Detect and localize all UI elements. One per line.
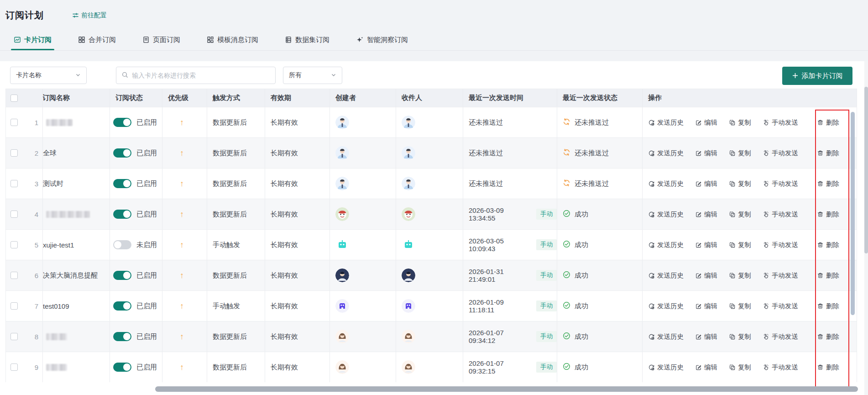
编辑-action[interactable]: 编辑	[695, 302, 717, 311]
priority-up-arrow: ↑	[162, 291, 207, 321]
复制-action[interactable]: 复制	[729, 363, 751, 372]
tab-数据集订阅[interactable]: 数据集订阅	[285, 29, 329, 50]
header-validity: 有效期	[265, 89, 330, 107]
page-scrollbar-thumb[interactable]	[864, 87, 868, 253]
select-all-checkbox[interactable]	[10, 95, 18, 102]
pending-icon	[563, 148, 570, 158]
row-checkbox[interactable]	[10, 241, 18, 248]
go-to-config-link[interactable]: 前往配置	[72, 11, 107, 20]
发送历史-action[interactable]: 发送历史	[648, 179, 684, 188]
编辑-action[interactable]: 编辑	[695, 271, 717, 280]
复制-action[interactable]: 复制	[729, 271, 751, 280]
row-checkbox[interactable]	[10, 363, 18, 371]
删除-action[interactable]: 删除	[817, 179, 839, 188]
row-checkbox[interactable]	[10, 180, 18, 187]
手动发送-action[interactable]: 手动发送	[763, 363, 798, 372]
复制-action[interactable]: 复制	[729, 149, 751, 158]
手动发送-action[interactable]: 手动发送	[763, 179, 798, 188]
编辑-action[interactable]: 编辑	[695, 210, 717, 219]
发送历史-action[interactable]: 发送历史	[648, 271, 684, 280]
delete-icon	[817, 180, 824, 187]
编辑-action[interactable]: 编辑	[695, 332, 717, 341]
复制-action[interactable]: 复制	[729, 210, 751, 219]
row-checkbox[interactable]	[10, 211, 18, 218]
编辑-action[interactable]: 编辑	[695, 149, 717, 158]
手动发送-action[interactable]: 手动发送	[763, 302, 798, 311]
last-send-time: 2026-01-07 09:34:12	[469, 329, 530, 344]
复制-action[interactable]: 复制	[729, 332, 751, 341]
删除-action[interactable]: 删除	[817, 241, 839, 249]
row-checkbox[interactable]	[10, 333, 18, 340]
删除-action[interactable]: 删除	[817, 363, 839, 372]
status-toggle[interactable]	[113, 240, 131, 249]
priority-up-arrow: ↑	[162, 199, 207, 229]
last-send-time: 还未推送过	[469, 149, 503, 158]
手动发送-action[interactable]: 手动发送	[763, 149, 798, 158]
name-field-select[interactable]: 卡片名称	[10, 67, 87, 84]
status-toggle[interactable]	[113, 301, 131, 311]
scope-select[interactable]: 所有	[283, 67, 342, 84]
send-history-icon	[648, 303, 655, 310]
status-toggle[interactable]	[113, 271, 131, 280]
发送历史-action[interactable]: 发送历史	[648, 241, 684, 249]
status-toggle[interactable]	[113, 179, 131, 188]
删除-action[interactable]: 删除	[817, 118, 839, 127]
复制-action[interactable]: 复制	[729, 179, 751, 188]
add-card-subscription-button[interactable]: 添加卡片订阅	[782, 67, 852, 85]
table-vertical-scrollbar[interactable]	[851, 112, 855, 315]
status-toggle[interactable]	[113, 118, 131, 127]
发送历史-action[interactable]: 发送历史	[648, 332, 684, 341]
手动发送-action[interactable]: 手动发送	[763, 118, 798, 127]
edit-icon	[695, 211, 702, 218]
复制-action[interactable]: 复制	[729, 302, 751, 311]
发送历史-action[interactable]: 发送历史	[648, 210, 684, 219]
删除-action[interactable]: 删除	[817, 302, 839, 311]
row-checkbox[interactable]	[10, 272, 18, 279]
row-checkbox[interactable]	[10, 302, 18, 310]
last-send-time: 2026-01-31 21:49:01	[469, 268, 530, 283]
编辑-action[interactable]: 编辑	[695, 363, 717, 372]
复制-action[interactable]: 复制	[729, 118, 751, 127]
delete-icon	[817, 333, 824, 340]
subscription-plan-page: 订阅计划 前往配置 卡片订阅 合并订阅 页面订阅 模板消息订阅 数据集订阅	[0, 0, 868, 395]
redacted-name	[46, 333, 67, 340]
手动发送-action[interactable]: 手动发送	[763, 210, 798, 219]
tab-页面订阅[interactable]: 页面订阅	[142, 29, 180, 50]
row-checkbox[interactable]	[10, 119, 18, 126]
发送历史-action[interactable]: 发送历史	[648, 302, 684, 311]
tab-卡片订阅[interactable]: 卡片订阅	[14, 29, 52, 50]
发送历史-action[interactable]: 发送历史	[648, 363, 684, 372]
删除-action[interactable]: 删除	[817, 210, 839, 219]
删除-action[interactable]: 删除	[817, 271, 839, 280]
手动发送-action[interactable]: 手动发送	[763, 332, 798, 341]
删除-action[interactable]: 删除	[817, 149, 839, 158]
send-history-icon	[648, 150, 655, 157]
编辑-action[interactable]: 编辑	[695, 118, 717, 127]
status-toggle[interactable]	[113, 148, 131, 158]
tab-模板消息订阅[interactable]: 模板消息订阅	[207, 29, 258, 50]
page-title: 订阅计划	[5, 9, 44, 21]
success-icon	[563, 240, 570, 249]
status-toggle[interactable]	[113, 363, 131, 372]
table-horizontal-scrollbar[interactable]	[155, 386, 858, 392]
status-toggle[interactable]	[113, 332, 131, 341]
手动发送-action[interactable]: 手动发送	[763, 241, 798, 249]
手动发送-action[interactable]: 手动发送	[763, 271, 798, 280]
status-toggle[interactable]	[113, 210, 131, 219]
tab-合并订阅[interactable]: 合并订阅	[78, 29, 116, 50]
row-checkbox[interactable]	[10, 149, 18, 157]
header-last-send-time: 最近一次发送时间	[463, 89, 557, 107]
send-status-label: 成功	[575, 271, 588, 280]
page-header: 订阅计划 前往配置	[5, 9, 107, 21]
发送历史-action[interactable]: 发送历史	[648, 118, 684, 127]
删除-action[interactable]: 删除	[817, 332, 839, 341]
search-input[interactable]	[132, 72, 270, 79]
delete-icon	[817, 272, 824, 279]
tab-智能洞察订阅[interactable]: 智能洞察订阅	[356, 29, 408, 50]
发送历史-action[interactable]: 发送历史	[648, 149, 684, 158]
last-send-time: 还未推送过	[469, 118, 503, 127]
success-icon	[563, 332, 570, 341]
编辑-action[interactable]: 编辑	[695, 241, 717, 249]
编辑-action[interactable]: 编辑	[695, 179, 717, 188]
复制-action[interactable]: 复制	[729, 241, 751, 249]
